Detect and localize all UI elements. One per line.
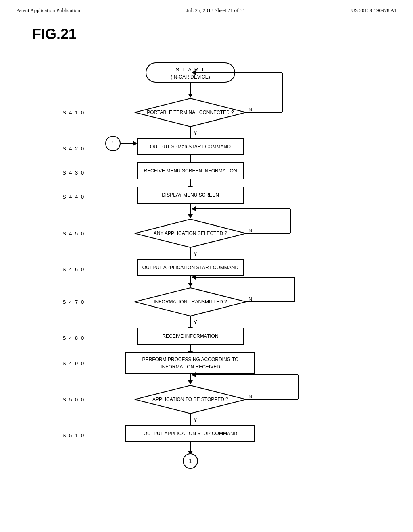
svg-text:OUTPUT SPMan START COMMAND: OUTPUT SPMan START COMMAND — [150, 144, 231, 150]
svg-text:N: N — [248, 296, 252, 302]
header-left: Patent Application Publication — [16, 7, 80, 14]
svg-text:S 4 9 0: S 4 9 0 — [63, 360, 85, 366]
svg-text:INFORMATION RECEIVED: INFORMATION RECEIVED — [161, 364, 220, 370]
svg-text:S 4 1 0: S 4 1 0 — [63, 110, 85, 116]
svg-text:RECEIVE INFORMATION: RECEIVE INFORMATION — [162, 333, 218, 339]
svg-text:APPLICATION TO BE STOPPED ?: APPLICATION TO BE STOPPED ? — [152, 397, 228, 402]
svg-text:S 4 6 0: S 4 6 0 — [63, 266, 85, 272]
svg-text:S 4 5 0: S 4 5 0 — [63, 231, 85, 237]
svg-text:PORTABLE TERMINAL CONNECTED ?: PORTABLE TERMINAL CONNECTED ? — [147, 110, 234, 115]
svg-marker-17 — [133, 141, 137, 146]
fig-label: FIG.21 — [32, 26, 413, 43]
svg-text:Y: Y — [194, 251, 197, 257]
svg-marker-42 — [192, 206, 196, 211]
svg-text:S 4 4 0: S 4 4 0 — [63, 194, 85, 200]
svg-text:ANY APPLICATION SELECTED ?: ANY APPLICATION SELECTED ? — [154, 231, 227, 236]
svg-text:OUTPUT APPLICATION START COMMA: OUTPUT APPLICATION START COMMAND — [142, 265, 239, 270]
header-middle: Jul. 25, 2013 Sheet 21 of 31 — [186, 7, 245, 14]
svg-text:OUTPUT APPLICATION STOP COMMAN: OUTPUT APPLICATION STOP COMMAND — [144, 431, 238, 436]
svg-text:RECEIVE MENU SCREEN INFORMATIO: RECEIVE MENU SCREEN INFORMATION — [144, 168, 237, 174]
svg-text:S 4 7 0: S 4 7 0 — [63, 299, 85, 305]
svg-marker-34 — [188, 214, 193, 218]
svg-text:1: 1 — [189, 458, 192, 464]
svg-text:1: 1 — [111, 140, 115, 147]
svg-text:S 4 2 0: S 4 2 0 — [63, 145, 85, 152]
svg-marker-4 — [188, 94, 193, 98]
svg-text:S 5 1 0: S 5 1 0 — [63, 432, 85, 438]
svg-text:(IN-CAR DEVICE): (IN-CAR DEVICE) — [171, 74, 210, 80]
svg-text:N: N — [248, 227, 252, 233]
svg-text:S 4 3 0: S 4 3 0 — [63, 170, 85, 176]
svg-rect-68 — [126, 352, 255, 373]
svg-text:INFORMATION TRANSMITTED ?: INFORMATION TRANSMITTED ? — [154, 299, 227, 305]
svg-text:S T A R T: S T A R T — [176, 66, 205, 73]
header-right: US 2013/0190978 A1 — [351, 7, 397, 14]
svg-text:N: N — [248, 393, 252, 399]
svg-text:S 5 0 0: S 5 0 0 — [63, 397, 85, 403]
svg-text:Y: Y — [194, 130, 197, 136]
svg-text:DISPLAY MENU SCREEN: DISPLAY MENU SCREEN — [162, 192, 219, 198]
svg-text:N: N — [248, 106, 252, 112]
svg-text:Y: Y — [194, 417, 197, 423]
page-header: Patent Application Publication Jul. 25, … — [0, 0, 413, 18]
svg-text:S 4 8 0: S 4 8 0 — [63, 335, 85, 341]
svg-text:PERFORM PROCESSING ACCORDING T: PERFORM PROCESSING ACCORDING TO — [142, 357, 239, 362]
svg-text:Y: Y — [194, 319, 197, 325]
svg-marker-72 — [188, 380, 193, 384]
flowchart-svg: S T A R T (IN-CAR DEVICE) S 4 1 0 PORTAB… — [0, 51, 413, 532]
svg-marker-50 — [188, 283, 193, 287]
